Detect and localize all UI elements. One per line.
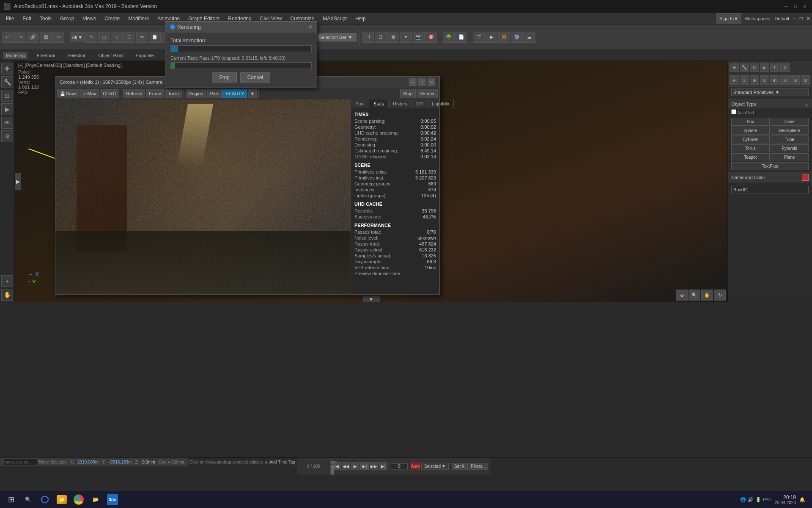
menu-modifiers[interactable]: Modifiers [124, 14, 153, 23]
vfb-render-btn[interactable]: Render [417, 89, 438, 98]
vp-pan[interactable]: ✋ [701, 290, 713, 301]
bind-space-warp-btn[interactable]: 〰 [52, 32, 64, 43]
object-btn-torus[interactable]: Torus [731, 144, 770, 152]
vfb-maximize[interactable]: □ [418, 78, 426, 86]
render-btn[interactable]: ▶ [486, 32, 497, 43]
taskbar-cortana[interactable] [37, 492, 52, 507]
select-region-circle[interactable]: ○ [111, 32, 123, 43]
redo-btn[interactable]: ↪ [14, 32, 26, 43]
language-indicator[interactable]: РУС [763, 497, 771, 502]
main-minimize[interactable]: ─ [793, 16, 796, 22]
collapse-icon[interactable]: ▲ [804, 102, 809, 107]
menu-maxscript[interactable]: MAXScript [318, 14, 351, 23]
object-btn-sphere[interactable]: Sphere [731, 127, 770, 135]
vp-zoom-extents[interactable]: ⊕ [676, 290, 688, 301]
vfb-minimize[interactable]: ─ [409, 78, 417, 86]
toggle-layer-explorer[interactable]: 📄 [455, 32, 467, 43]
object-btn-textplus[interactable]: TextPlus [731, 162, 809, 170]
rp-icon-4[interactable]: ⊡ [760, 75, 769, 85]
sub-tb-modeling[interactable]: Modeling [3, 52, 27, 59]
timeline-scrubber[interactable] [331, 465, 334, 475]
taskbar-search[interactable]: 🔍 [20, 492, 36, 507]
rp-icon-5[interactable]: ◐ [770, 75, 779, 85]
left-icon-zoom[interactable]: + [1, 275, 13, 287]
select-by-name-btn[interactable]: 📋 [149, 32, 161, 43]
play-btn[interactable]: ▶ [351, 462, 359, 470]
menu-tools[interactable]: Tools [36, 14, 56, 23]
align-camera-btn[interactable]: 📷 [413, 32, 425, 43]
rp-icon-6[interactable]: ⊟ [780, 75, 790, 85]
select-btn[interactable]: ↖ [85, 32, 97, 43]
place-highlight-btn[interactable]: ✦ [400, 32, 412, 43]
play-all-btn[interactable]: ▶| [360, 462, 369, 470]
menu-views[interactable]: Views [78, 14, 100, 23]
sub-tb-populate[interactable]: Populate [133, 52, 156, 59]
toggle-scene-explorer[interactable]: 🌳 [443, 32, 455, 43]
rp-motion[interactable]: ▶ [760, 63, 769, 72]
render-in-cloud-btn[interactable]: ☁ [524, 32, 535, 43]
start-button[interactable]: ⊞ [3, 492, 19, 507]
left-icon-modify[interactable]: 🔧 [1, 76, 13, 88]
object-btn-box[interactable]: Box [731, 118, 770, 126]
left-icon-create[interactable]: ✚ [1, 63, 13, 75]
set-key-btn[interactable]: Set K. [452, 463, 468, 470]
main-maximize[interactable]: □ [800, 16, 803, 22]
taskbar-3dsmax[interactable]: 3ds [105, 492, 120, 507]
align-btn[interactable]: ⊟ [375, 32, 387, 43]
rp-hierarchy[interactable]: ⊡ [750, 63, 759, 72]
taskbar-files[interactable]: 📂 [88, 492, 103, 507]
vfb-erase-btn[interactable]: Erase [146, 89, 164, 98]
main-close[interactable]: ✕ [806, 16, 810, 22]
category-dropdown[interactable]: Standard Primitives ▼ [731, 88, 809, 96]
rp-icon-7[interactable]: ⊞ [790, 75, 800, 85]
vp-orbit[interactable]: ↻ [714, 290, 726, 301]
rp-display[interactable]: 👁 [770, 63, 779, 72]
frame-input[interactable] [391, 463, 408, 469]
select-region-rect[interactable]: □ [98, 32, 110, 43]
menu-create[interactable]: Create [100, 14, 124, 23]
maximize-btn[interactable]: □ [792, 3, 799, 10]
next-frame-btn[interactable]: ▶▶ [370, 462, 378, 470]
taskbar-explorer[interactable]: 📁 [54, 492, 69, 507]
rp-utilities[interactable]: ⚙ [780, 63, 790, 72]
vfb-region-btn[interactable]: Region [186, 89, 206, 98]
left-icon-hierarchy[interactable]: ⊡ [1, 90, 13, 102]
left-icon-utilities[interactable]: ⚙ [1, 130, 13, 142]
rp-icon-2[interactable]: ⊙ [740, 75, 749, 85]
render-setup-btn[interactable]: 🎬 [473, 32, 485, 43]
vfb-tab-history[interactable]: History [389, 99, 412, 108]
autogrid-checkbox[interactable] [731, 109, 736, 114]
vfb-tab-dr[interactable]: DR [412, 99, 428, 108]
object-name-input[interactable] [731, 186, 809, 193]
select-region-fence[interactable]: ⬡ [123, 32, 135, 43]
selection-filter-dropdown[interactable]: All ▼ [70, 32, 85, 42]
sub-tb-freeform[interactable]: Freeform [34, 52, 58, 59]
left-icon-pan[interactable]: ✋ [1, 289, 13, 301]
minimize-btn[interactable]: ─ [782, 3, 790, 10]
auto-key-btn[interactable]: Auto [411, 462, 420, 470]
add-time-tag-btn[interactable]: Add Time Tag [269, 460, 295, 464]
vfb-close[interactable]: ✕ [428, 78, 435, 86]
vfb-tab-lightmix[interactable]: LightMix [428, 99, 454, 108]
vp-zoom[interactable]: 🔍 [689, 290, 700, 301]
active-shade-btn[interactable]: 🔆 [498, 32, 510, 43]
notification-icon[interactable]: 🔔 [799, 497, 805, 502]
rp-icon-1[interactable]: ◈ [730, 75, 739, 85]
select-region-lasso[interactable]: ✏ [136, 32, 148, 43]
vfb-channel-dropdown[interactable]: ▼ [248, 89, 257, 98]
vfb-refresh-btn[interactable]: Refresh [123, 89, 145, 98]
goto-end-btn[interactable]: ▶| [379, 462, 387, 470]
rendering-dialog-close[interactable]: ✕ [308, 24, 313, 30]
sign-in-btn[interactable]: Sign In ▼ [716, 13, 741, 24]
unlink-btn[interactable]: ⛓ [40, 32, 52, 43]
color-swatch[interactable] [802, 174, 809, 181]
menu-file[interactable]: File [2, 14, 18, 23]
menu-help[interactable]: Help [351, 14, 370, 23]
object-btn-tube[interactable]: Tube [771, 135, 809, 144]
select-link-btn[interactable]: 🔗 [27, 32, 39, 43]
left-icon-motion[interactable]: ▶ [1, 103, 13, 115]
stop-btn[interactable]: Stop [212, 72, 237, 83]
menu-group[interactable]: Group [56, 14, 78, 23]
rp-icon-3[interactable]: ◉ [750, 75, 759, 85]
sub-tb-object-paint[interactable]: Object Paint [96, 52, 126, 59]
